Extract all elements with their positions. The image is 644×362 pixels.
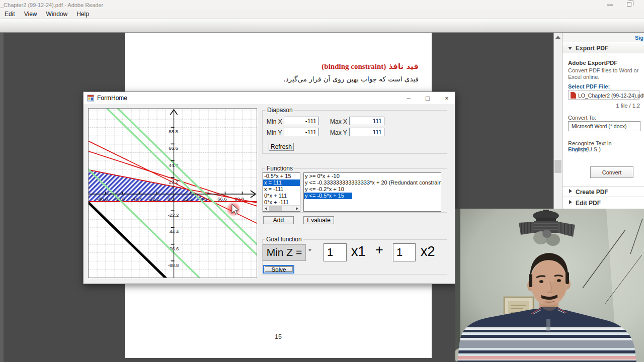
x1-label: x1 bbox=[351, 244, 366, 259]
adobe-title-bar: _Chapter2 (99-12-24).pdf - Adobe Reader bbox=[0, 0, 644, 10]
form-minimize-icon[interactable]: – bbox=[401, 95, 416, 102]
coefficient-1-input[interactable]: 1 bbox=[324, 243, 347, 261]
formhome-window: FormHome – □ × -88.8-66.6-44.4-22. bbox=[83, 92, 455, 284]
min-x-label: Min X bbox=[267, 118, 282, 125]
svg-text:-88.8: -88.8 bbox=[168, 262, 179, 268]
function-list-item[interactable]: y <= -0.333333333333333*x + 20 (Redundan… bbox=[304, 179, 441, 186]
plus-label: + bbox=[375, 242, 383, 258]
scroll-left-icon[interactable] bbox=[265, 207, 267, 210]
formhome-title-bar[interactable]: FormHome – □ × bbox=[84, 92, 455, 104]
function-list-item[interactable]: 0*x + -111 bbox=[263, 199, 300, 206]
menu-window[interactable]: Window bbox=[41, 10, 72, 18]
svg-text:-22.2: -22.2 bbox=[148, 196, 159, 202]
functions-label: Functions bbox=[265, 165, 294, 172]
scroll-up-icon[interactable] bbox=[555, 36, 560, 39]
window-title: _Chapter2 (99-12-24).pdf - Adobe Reader bbox=[1, 2, 103, 8]
function-list-item[interactable]: x = 111 bbox=[263, 179, 300, 186]
select-file-label: Select PDF File: bbox=[568, 83, 610, 89]
window-edge bbox=[0, 33, 4, 362]
chevron-right-icon bbox=[569, 189, 572, 193]
svg-text:22.2: 22.2 bbox=[183, 196, 193, 202]
diapason-label: Diapason bbox=[266, 107, 294, 114]
function-list-item[interactable]: -0.5*x + 15 bbox=[263, 173, 300, 179]
pdf-heading: قید نافذ (binding constraint) bbox=[321, 61, 419, 71]
formhome-title: FormHome bbox=[97, 95, 127, 102]
constraints-list[interactable]: y >= 0*x + -10y <= -0.333333333333333*x … bbox=[303, 172, 441, 212]
pdf-heading-english: (binding constraint) bbox=[321, 62, 386, 70]
svg-text:66.6: 66.6 bbox=[169, 145, 178, 151]
x2-label: x2 bbox=[421, 244, 435, 259]
function-list-item[interactable]: y <= -0.2*x + 10 bbox=[304, 186, 441, 193]
refresh-button[interactable]: Refresh bbox=[269, 143, 294, 151]
min-y-label: Min Y bbox=[267, 129, 282, 136]
function-list-item[interactable]: y <= -0.5*x + 15 bbox=[304, 193, 352, 199]
chevron-down-icon bbox=[568, 47, 572, 50]
max-y-input[interactable]: 111 bbox=[349, 128, 384, 136]
convert-button[interactable]: Convert bbox=[590, 166, 633, 178]
constraint-plot: -88.8-66.6-44.4-22.20.022.244.466.688.88… bbox=[89, 109, 257, 278]
minimize-icon[interactable] bbox=[607, 5, 613, 6]
chevron-right-icon bbox=[569, 200, 572, 204]
menu-edit[interactable]: Edit bbox=[0, 10, 20, 18]
coefficient-2-input[interactable]: 1 bbox=[393, 243, 416, 261]
restore-icon[interactable] bbox=[627, 2, 631, 7]
desktop-screenshot: _Chapter2 (99-12-24).pdf - Adobe Reader … bbox=[0, 0, 644, 362]
export-pdf-header[interactable]: Export PDF bbox=[562, 43, 644, 53]
min-x-input[interactable]: -111 bbox=[284, 117, 319, 125]
max-x-input[interactable]: 111 bbox=[349, 117, 384, 125]
change-link[interactable]: Change bbox=[568, 146, 588, 152]
plot-area: -88.8-66.6-44.4-22.20.022.244.466.688.88… bbox=[88, 108, 257, 278]
menu-help[interactable]: Help bbox=[72, 10, 94, 18]
function-list-item[interactable]: y >= 0*x + -10 bbox=[304, 173, 441, 179]
scrollbar-thumb[interactable] bbox=[269, 206, 282, 211]
form-maximize-icon[interactable]: □ bbox=[420, 95, 435, 102]
horizontal-scrollbar[interactable] bbox=[263, 205, 300, 211]
file-meta: 1 file / 1.2 bbox=[562, 103, 640, 109]
menu-bar: Edit View Window Help bbox=[0, 10, 644, 19]
edit-pdf-header[interactable]: Edit PDF bbox=[562, 198, 644, 208]
sign-link[interactable]: Sig bbox=[635, 35, 643, 41]
toolbar: Open 15 / 36 59.9% T Tools Fill & Sign bbox=[0, 19, 644, 33]
form-close-icon[interactable]: × bbox=[439, 95, 454, 102]
svg-text:88.8: 88.8 bbox=[169, 129, 178, 134]
chevron-down-icon[interactable] bbox=[308, 249, 311, 251]
min-y-input[interactable]: -111 bbox=[284, 128, 319, 136]
create-pdf-header[interactable]: Create PDF bbox=[562, 187, 644, 197]
pdf-body-text: قیدی است که جواب بهین روی آن قرار می‌گیر… bbox=[283, 75, 419, 83]
menu-view[interactable]: View bbox=[20, 10, 42, 18]
solve-button[interactable]: Solve bbox=[263, 265, 294, 274]
svg-text:-44.4: -44.4 bbox=[131, 196, 142, 202]
service-title: Adobe ExportPDF bbox=[568, 60, 617, 66]
svg-text:0.0: 0.0 bbox=[168, 196, 174, 202]
service-description: Convert PDF files to Word or Excel onlin… bbox=[568, 67, 639, 80]
pdf-heading-farsi: قید نافذ bbox=[388, 62, 419, 71]
convert-to-label: Convert To: bbox=[568, 115, 596, 121]
webcam-video bbox=[455, 209, 644, 362]
goal-label: Goal function bbox=[265, 236, 303, 243]
winforms-app-icon bbox=[87, 95, 94, 102]
function-list-item[interactable]: 0*x + 111 bbox=[263, 193, 300, 199]
scroll-right-icon[interactable] bbox=[296, 207, 298, 210]
scrollbar-thumb[interactable] bbox=[554, 160, 561, 173]
pdf-file-icon bbox=[571, 92, 576, 99]
panel-top-strip: Sig bbox=[562, 33, 644, 42]
pdf-page-number: 15 bbox=[275, 333, 282, 340]
svg-text:-22.2: -22.2 bbox=[168, 212, 179, 218]
evaluate-button[interactable]: Evaluate bbox=[303, 216, 334, 224]
svg-text:-88.8: -88.8 bbox=[97, 196, 108, 202]
selected-file[interactable]: LO_Chapter2 (99-12-24).pdf bbox=[568, 90, 639, 100]
primitive-functions-list[interactable]: -0.5*x + 15x = 111x = -1110*x + 1110*x +… bbox=[263, 172, 300, 212]
format-select[interactable]: Microsoft Word (*.docx) bbox=[568, 121, 640, 131]
add-button[interactable]: Add bbox=[263, 216, 294, 224]
mouse-cursor bbox=[225, 201, 243, 219]
function-list-item[interactable]: x = -111 bbox=[263, 186, 300, 193]
max-y-label: Max Y bbox=[330, 129, 347, 136]
objective-select[interactable]: Min Z = bbox=[263, 244, 306, 261]
max-x-label: Max X bbox=[330, 118, 347, 125]
svg-text:-44.4: -44.4 bbox=[168, 229, 179, 234]
